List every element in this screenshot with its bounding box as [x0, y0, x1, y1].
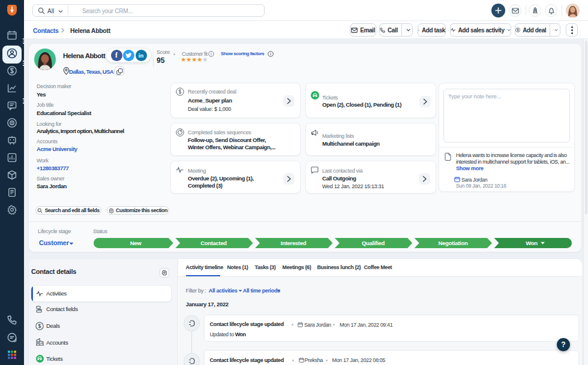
- svg-text:Won: Won: [526, 240, 538, 246]
- svg-text:Interested: Interested: [281, 240, 307, 246]
- svg-text:Negotiation: Negotiation: [439, 240, 468, 246]
- svg-text:Qualified: Qualified: [362, 240, 385, 246]
- svg-text:New: New: [130, 240, 142, 246]
- svg-text:Contacted: Contacted: [200, 240, 227, 246]
